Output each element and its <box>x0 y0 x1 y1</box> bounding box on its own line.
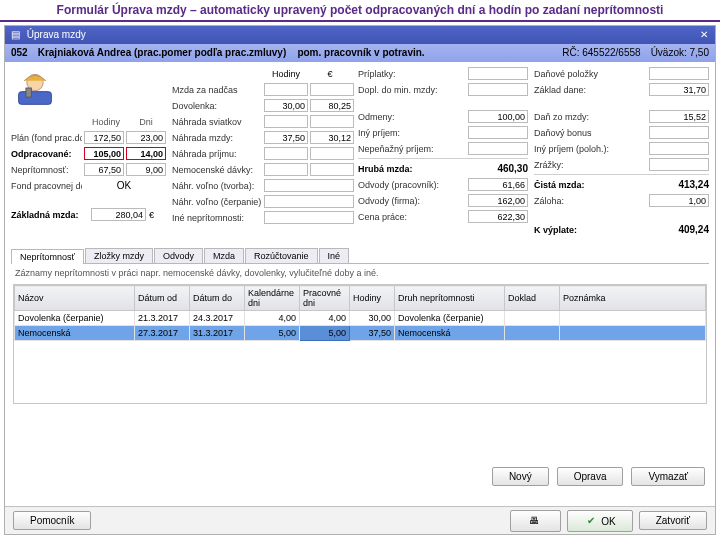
deduct-firm-label: Odvody (firma): <box>358 196 448 206</box>
edit-button[interactable]: Oprava <box>557 467 624 486</box>
tab-wage[interactable]: Mzda <box>204 248 244 263</box>
ok-button[interactable]: ✔OK <box>567 510 632 532</box>
worked-label: Odpracované: <box>11 149 82 159</box>
holiday-comp-h[interactable] <box>264 115 308 128</box>
tabs: Neprítomnosť Zložky mzdy Odvody Mzda Roz… <box>11 246 709 264</box>
tab-other[interactable]: Iné <box>319 248 350 263</box>
comp-leave-create[interactable] <box>264 179 354 192</box>
svg-rect-0 <box>19 92 52 105</box>
absence-table[interactable]: Názov Dátum od Dátum do Kalendárne dni P… <box>13 284 707 404</box>
worked-hours[interactable] <box>84 147 124 160</box>
column-plan: Hodiny Dni Plán (fond prac.doby): Odprac… <box>11 66 166 246</box>
tab-description: Záznamy neprítomnosti v práci napr. nemo… <box>5 264 715 282</box>
labor-cost-label: Cena práce: <box>358 212 448 222</box>
titlebar: ▤ Úprava mzdy ✕ <box>5 26 715 44</box>
absence-days[interactable] <box>126 163 166 176</box>
print-button[interactable]: 🖶 <box>510 510 561 532</box>
window-title-icon: ▤ <box>11 29 20 40</box>
income-comp-h[interactable] <box>264 147 308 160</box>
plan-days[interactable] <box>126 131 166 144</box>
gross-value: 460,30 <box>468 163 528 174</box>
close-icon[interactable]: ✕ <box>697 28 711 42</box>
th-hours[interactable]: Hodiny <box>350 286 395 311</box>
tab-accounting[interactable]: Rozúčtovanie <box>245 248 318 263</box>
wage-comp-e[interactable] <box>310 131 354 144</box>
overtime-e[interactable] <box>310 83 354 96</box>
net-value: 413,24 <box>649 179 709 190</box>
sick-label: Nemocenské dávky: <box>172 165 262 175</box>
printer-icon: 🖶 <box>527 514 541 528</box>
employee-workload: Úväzok: 7,50 <box>651 44 709 62</box>
absence-hours[interactable] <box>84 163 124 176</box>
th-note[interactable]: Poznámka <box>560 286 706 311</box>
sick-h[interactable] <box>264 163 308 176</box>
tax-items[interactable] <box>649 67 709 80</box>
deductions[interactable] <box>649 158 709 171</box>
deduct-emp[interactable] <box>468 178 528 191</box>
column-components: Hodiny € Mzda za nadčas Dovolenka: Náhra… <box>172 66 352 246</box>
wage-comp-h[interactable] <box>264 131 308 144</box>
base-wage[interactable] <box>91 208 146 221</box>
holiday-comp-label: Náhrada sviatkov <box>172 117 262 127</box>
vacation-h[interactable] <box>264 99 308 112</box>
overtime-h[interactable] <box>264 83 308 96</box>
sick-e[interactable] <box>310 163 354 176</box>
deductions-label: Zrážky: <box>534 160 624 170</box>
holiday-comp-e[interactable] <box>310 115 354 128</box>
colb-head-h: Hodiny <box>264 69 308 79</box>
labor-cost[interactable] <box>468 210 528 223</box>
plan-hours[interactable] <box>84 131 124 144</box>
th-doc[interactable]: Doklad <box>505 286 560 311</box>
tab-deductions[interactable]: Odvody <box>154 248 203 263</box>
nonmoney-label: Nepeňažný príjem: <box>358 144 448 154</box>
close-button[interactable]: Zatvoriť <box>639 511 707 530</box>
other-income-p[interactable] <box>649 142 709 155</box>
other-absence[interactable] <box>264 211 354 224</box>
window: ▤ Úprava mzdy ✕ 052 Krajniaková Andrea (… <box>4 25 716 535</box>
min-wage-add[interactable] <box>468 83 528 96</box>
worked-days[interactable] <box>126 147 166 160</box>
th-type[interactable]: Druh neprítomnosti <box>395 286 505 311</box>
nonmoney[interactable] <box>468 142 528 155</box>
vacation-e[interactable] <box>310 99 354 112</box>
supplements[interactable] <box>468 67 528 80</box>
other-income-label: Iný príjem: <box>358 128 448 138</box>
net-label: Čistá mzda: <box>534 180 592 190</box>
wage-comp-label: Náhrada mzdy: <box>172 133 262 143</box>
eur-symbol: € <box>149 210 154 220</box>
income-comp-label: Náhrada príjmu: <box>172 149 262 159</box>
avatar-icon <box>11 66 59 110</box>
wage-tax[interactable] <box>649 110 709 123</box>
min-wage-add-label: Dopl. do min. mzdy: <box>358 85 448 95</box>
plan-label: Plán (fond prac.doby): <box>11 133 82 143</box>
comp-leave-create-label: Náhr. voľno (tvorba): <box>172 181 262 191</box>
th-name[interactable]: Názov <box>15 286 135 311</box>
payout-value: 409,24 <box>649 224 709 235</box>
base-wage-label: Základná mzda: <box>11 210 91 220</box>
payout-label: K výplate: <box>534 225 592 235</box>
tab-absence[interactable]: Neprítomnosť <box>11 249 84 264</box>
table-row[interactable]: Dovolenka (čerpanie) 21.3.2017 24.3.2017… <box>15 311 706 326</box>
new-button[interactable]: Nový <box>492 467 549 486</box>
th-to[interactable]: Dátum do <box>190 286 245 311</box>
th-from[interactable]: Dátum od <box>135 286 190 311</box>
column-net: Daňové položky Základ dane: Daň zo mzdy:… <box>534 66 709 246</box>
tax-items-label: Daňové položky <box>534 69 624 79</box>
bonuses[interactable] <box>468 110 528 123</box>
th-caldays[interactable]: Kalendárne dni <box>245 286 300 311</box>
other-absence-label: Iné neprítomnosti: <box>172 213 262 223</box>
help-button[interactable]: Pomocník <box>13 511 91 530</box>
income-comp-e[interactable] <box>310 147 354 160</box>
tax-bonus[interactable] <box>649 126 709 139</box>
advance[interactable] <box>649 194 709 207</box>
tax-base[interactable] <box>649 83 709 96</box>
employee-rc: RČ: 645522/6558 <box>562 44 640 62</box>
th-workdays[interactable]: Pracovné dni <box>300 286 350 311</box>
comp-leave-use[interactable] <box>264 195 354 208</box>
other-income[interactable] <box>468 126 528 139</box>
tab-components[interactable]: Zložky mzdy <box>85 248 153 263</box>
deduct-firm[interactable] <box>468 194 528 207</box>
delete-button[interactable]: Vymazať <box>631 467 705 486</box>
table-row[interactable]: Nemocenská 27.3.2017 31.3.2017 5,00 5,00… <box>15 326 706 341</box>
fund-status: OK <box>82 180 166 191</box>
